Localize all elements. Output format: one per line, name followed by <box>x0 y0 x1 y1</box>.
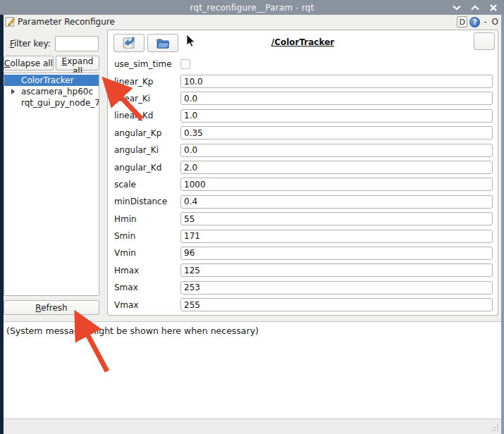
param-row: angular_Ki <box>114 142 493 159</box>
param-row: Hmax <box>114 262 493 279</box>
chevron-up-icon <box>471 5 479 11</box>
node-tree[interactable]: ColorTracker ascamera_hp60c rqt_gui_py_n… <box>4 73 99 296</box>
dock-d-button[interactable]: D <box>457 16 467 27</box>
parameter-list: use_sim_time linear_Kp linear_Ki linear_… <box>114 56 493 314</box>
tree-item-label: ascamera_hp60c <box>21 87 93 97</box>
rqt-window: rqt_reconfigure__Param - rqt Parameter R… <box>0 0 504 434</box>
chevron-down-icon <box>453 5 461 11</box>
maximize-button[interactable] <box>470 3 480 13</box>
param-row: Vmax <box>114 296 493 313</box>
tree-item-ascamera[interactable]: ascamera_hp60c <box>4 86 99 97</box>
tree-item-rqt-gui-node[interactable]: rqt_gui_py_node_7... <box>4 97 99 108</box>
parameter-reconfigure-icon <box>5 16 16 27</box>
param-value-input[interactable] <box>180 247 493 260</box>
system-message-text: (System message might be shown here when… <box>6 326 259 336</box>
param-row: angular_Kd <box>114 159 493 175</box>
param-row: Smin <box>114 228 493 244</box>
node-panel-close-button[interactable] <box>474 32 495 50</box>
param-value-input[interactable] <box>180 212 493 225</box>
param-name: Hmax <box>114 266 180 275</box>
param-value-input[interactable] <box>180 298 493 311</box>
param-name: scale <box>114 180 180 190</box>
use-sim-time-checkbox[interactable] <box>180 59 190 69</box>
expand-all-button[interactable]: Expand all <box>56 56 99 70</box>
close-icon <box>490 4 497 11</box>
param-value-input[interactable] <box>180 75 493 88</box>
window-edge-right <box>501 15 504 434</box>
param-name: Smax <box>114 283 180 292</box>
param-name: linear_Ki <box>114 94 180 104</box>
param-name: angular_Kd <box>114 163 180 173</box>
system-message-area: (System message might be shown here when… <box>4 321 501 419</box>
param-name: use_sim_time <box>114 59 180 69</box>
param-row: angular_Kp <box>114 125 493 142</box>
param-value-input[interactable] <box>180 92 493 105</box>
shade-button[interactable] <box>452 3 462 13</box>
help-icon[interactable]: ? <box>469 17 480 27</box>
param-value-input[interactable] <box>180 161 493 174</box>
param-value-input[interactable] <box>180 264 493 277</box>
dock-minimize-button[interactable]: - <box>482 17 488 27</box>
param-value-input[interactable] <box>180 144 493 157</box>
param-name: linear_Kp <box>114 77 180 87</box>
node-parameter-panel: /ColorTracker use_sim_time linear_Kp lin… <box>107 30 498 316</box>
param-row: Hmin <box>114 211 493 228</box>
param-row-use-sim-time: use_sim_time <box>114 56 493 73</box>
param-row: linear_Kp <box>114 73 493 89</box>
param-value-input[interactable] <box>180 195 493 209</box>
param-row: minDistance <box>114 193 493 210</box>
param-row: Vmin <box>114 244 493 261</box>
refresh-button[interactable]: Refresh <box>4 300 99 315</box>
node-panel-title: /ColorTracker <box>108 37 498 47</box>
param-name: minDistance <box>114 197 180 206</box>
close-button[interactable] <box>488 3 498 13</box>
filter-row: Filter key: <box>10 36 99 51</box>
filter-key-input[interactable] <box>55 36 99 51</box>
param-name: Vmax <box>114 300 180 310</box>
window-titlebar[interactable]: rqt_reconfigure__Param - rqt <box>0 0 504 15</box>
tree-item-label: rqt_gui_py_node_7... <box>21 98 99 108</box>
dock-buttons: D ? - O <box>457 16 500 27</box>
window-title: rqt_reconfigure__Param - rqt <box>190 3 314 13</box>
param-row: scale <box>114 176 493 193</box>
param-row: Smax <box>114 279 493 296</box>
plugin-header: Parameter Reconfigure <box>5 16 115 27</box>
filter-key-label: Filter key: <box>10 39 51 49</box>
param-value-input[interactable] <box>180 109 493 123</box>
tree-item-label: ColorTracker <box>21 75 74 85</box>
param-name: Vmin <box>114 248 180 258</box>
status-bar <box>4 420 501 434</box>
param-value-input[interactable] <box>180 230 493 243</box>
param-name: linear_Kd <box>114 111 180 120</box>
param-row: linear_Kd <box>114 107 493 124</box>
param-row: linear_Ki <box>114 90 493 107</box>
param-name: Hmin <box>114 214 180 224</box>
dock-float-button[interactable]: O <box>491 17 500 27</box>
resize-grip[interactable] <box>490 423 500 433</box>
tree-item-colortracker[interactable]: ColorTracker <box>4 75 99 86</box>
plugin-title: Parameter Reconfigure <box>18 17 115 27</box>
collapse-all-button[interactable]: Collapse all <box>4 56 54 70</box>
expander-triangle-icon[interactable] <box>11 89 15 94</box>
param-value-input[interactable] <box>180 178 493 191</box>
param-value-input[interactable] <box>180 126 493 140</box>
param-name: angular_Kp <box>114 128 180 138</box>
param-name: angular_Ki <box>114 145 180 155</box>
param-value-input[interactable] <box>180 281 493 294</box>
param-name: Smin <box>114 231 180 241</box>
